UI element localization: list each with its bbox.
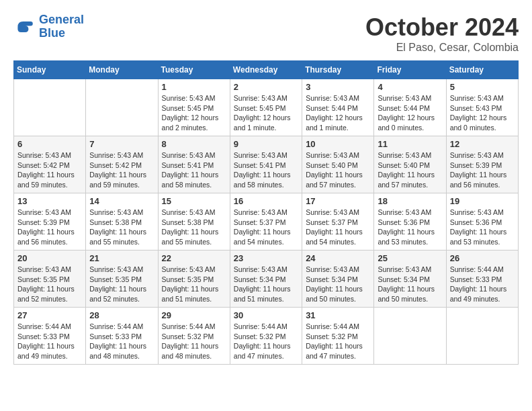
day-info: Sunrise: 5:43 AM Sunset: 5:45 PM Dayligh… bbox=[162, 93, 226, 133]
day-info: Sunrise: 5:43 AM Sunset: 5:34 PM Dayligh… bbox=[378, 265, 442, 304]
day-number: 17 bbox=[306, 196, 370, 206]
day-info: Sunrise: 5:44 AM Sunset: 5:32 PM Dayligh… bbox=[234, 322, 298, 361]
weekday-header-thursday: Thursday bbox=[302, 61, 374, 79]
calendar-cell: 12Sunrise: 5:43 AM Sunset: 5:39 PM Dayli… bbox=[446, 136, 518, 193]
day-info: Sunrise: 5:44 AM Sunset: 5:32 PM Dayligh… bbox=[162, 322, 226, 361]
calendar-cell: 6Sunrise: 5:43 AM Sunset: 5:42 PM Daylig… bbox=[14, 136, 86, 193]
calendar-cell: 25Sunrise: 5:43 AM Sunset: 5:34 PM Dayli… bbox=[374, 250, 446, 308]
calendar-cell: 27Sunrise: 5:44 AM Sunset: 5:33 PM Dayli… bbox=[14, 308, 86, 365]
day-number: 16 bbox=[234, 196, 298, 206]
weekday-header-friday: Friday bbox=[374, 61, 446, 79]
day-number: 24 bbox=[306, 253, 370, 263]
calendar-cell: 19Sunrise: 5:43 AM Sunset: 5:36 PM Dayli… bbox=[446, 193, 518, 250]
calendar-cell: 1Sunrise: 5:43 AM Sunset: 5:45 PM Daylig… bbox=[158, 79, 230, 136]
day-info: Sunrise: 5:43 AM Sunset: 5:40 PM Dayligh… bbox=[306, 150, 370, 190]
location: El Paso, Cesar, Colombia bbox=[365, 42, 519, 54]
day-info: Sunrise: 5:43 AM Sunset: 5:38 PM Dayligh… bbox=[162, 208, 226, 247]
day-info: Sunrise: 5:43 AM Sunset: 5:41 PM Dayligh… bbox=[162, 150, 226, 190]
day-number: 15 bbox=[162, 196, 226, 206]
day-number: 13 bbox=[17, 196, 82, 206]
day-number: 23 bbox=[234, 253, 298, 263]
calendar-cell: 22Sunrise: 5:43 AM Sunset: 5:35 PM Dayli… bbox=[158, 250, 230, 308]
calendar-week-row: 20Sunrise: 5:43 AM Sunset: 5:35 PM Dayli… bbox=[14, 250, 519, 308]
day-number: 6 bbox=[17, 139, 82, 149]
page-header: General Blue October 2024 El Paso, Cesar… bbox=[13, 13, 519, 54]
calendar-week-row: 27Sunrise: 5:44 AM Sunset: 5:33 PM Dayli… bbox=[14, 308, 519, 365]
weekday-header-tuesday: Tuesday bbox=[158, 61, 230, 79]
calendar-cell: 16Sunrise: 5:43 AM Sunset: 5:37 PM Dayli… bbox=[230, 193, 302, 250]
day-number: 29 bbox=[162, 310, 226, 320]
calendar-cell: 15Sunrise: 5:43 AM Sunset: 5:38 PM Dayli… bbox=[158, 193, 230, 250]
day-info: Sunrise: 5:43 AM Sunset: 5:41 PM Dayligh… bbox=[234, 150, 298, 190]
calendar-cell: 14Sunrise: 5:43 AM Sunset: 5:38 PM Dayli… bbox=[86, 193, 158, 250]
calendar-week-row: 1Sunrise: 5:43 AM Sunset: 5:45 PM Daylig… bbox=[14, 79, 519, 136]
calendar-cell: 20Sunrise: 5:43 AM Sunset: 5:35 PM Dayli… bbox=[14, 250, 86, 308]
calendar-cell: 21Sunrise: 5:43 AM Sunset: 5:35 PM Dayli… bbox=[86, 250, 158, 308]
weekday-header-monday: Monday bbox=[86, 61, 158, 79]
day-number: 27 bbox=[17, 310, 82, 320]
calendar-cell bbox=[374, 308, 446, 365]
day-number: 28 bbox=[89, 310, 154, 320]
calendar-cell: 7Sunrise: 5:43 AM Sunset: 5:42 PM Daylig… bbox=[86, 136, 158, 193]
day-info: Sunrise: 5:43 AM Sunset: 5:39 PM Dayligh… bbox=[17, 208, 82, 247]
day-info: Sunrise: 5:43 AM Sunset: 5:42 PM Dayligh… bbox=[17, 150, 82, 190]
day-number: 18 bbox=[378, 196, 442, 206]
day-number: 1 bbox=[162, 82, 226, 92]
calendar-cell: 26Sunrise: 5:44 AM Sunset: 5:33 PM Dayli… bbox=[446, 250, 518, 308]
day-number: 10 bbox=[306, 139, 370, 149]
calendar-cell: 8Sunrise: 5:43 AM Sunset: 5:41 PM Daylig… bbox=[158, 136, 230, 193]
day-number: 5 bbox=[450, 82, 515, 92]
calendar-cell: 30Sunrise: 5:44 AM Sunset: 5:32 PM Dayli… bbox=[230, 308, 302, 365]
calendar-cell: 10Sunrise: 5:43 AM Sunset: 5:40 PM Dayli… bbox=[302, 136, 374, 193]
day-number: 9 bbox=[234, 139, 298, 149]
calendar-cell: 23Sunrise: 5:43 AM Sunset: 5:34 PM Dayli… bbox=[230, 250, 302, 308]
day-info: Sunrise: 5:44 AM Sunset: 5:32 PM Dayligh… bbox=[306, 322, 370, 361]
day-number: 20 bbox=[17, 253, 82, 263]
day-info: Sunrise: 5:43 AM Sunset: 5:35 PM Dayligh… bbox=[17, 265, 82, 304]
calendar-cell: 3Sunrise: 5:43 AM Sunset: 5:44 PM Daylig… bbox=[302, 79, 374, 136]
calendar-cell: 5Sunrise: 5:43 AM Sunset: 5:43 PM Daylig… bbox=[446, 79, 518, 136]
calendar-cell: 29Sunrise: 5:44 AM Sunset: 5:32 PM Dayli… bbox=[158, 308, 230, 365]
day-number: 7 bbox=[89, 139, 154, 149]
day-info: Sunrise: 5:44 AM Sunset: 5:33 PM Dayligh… bbox=[89, 322, 154, 361]
day-number: 19 bbox=[450, 196, 515, 206]
day-info: Sunrise: 5:43 AM Sunset: 5:36 PM Dayligh… bbox=[378, 208, 442, 247]
day-number: 21 bbox=[89, 253, 154, 263]
day-info: Sunrise: 5:43 AM Sunset: 5:35 PM Dayligh… bbox=[162, 265, 226, 304]
logo-icon bbox=[13, 16, 35, 38]
day-number: 11 bbox=[378, 139, 442, 149]
day-info: Sunrise: 5:43 AM Sunset: 5:35 PM Dayligh… bbox=[89, 265, 154, 304]
calendar-cell: 17Sunrise: 5:43 AM Sunset: 5:37 PM Dayli… bbox=[302, 193, 374, 250]
day-info: Sunrise: 5:43 AM Sunset: 5:37 PM Dayligh… bbox=[234, 208, 298, 247]
calendar-cell bbox=[86, 79, 158, 136]
day-info: Sunrise: 5:43 AM Sunset: 5:36 PM Dayligh… bbox=[450, 208, 515, 247]
day-number: 12 bbox=[450, 139, 515, 149]
weekday-header-sunday: Sunday bbox=[14, 61, 86, 79]
day-info: Sunrise: 5:43 AM Sunset: 5:38 PM Dayligh… bbox=[89, 208, 154, 247]
month-title: October 2024 bbox=[365, 13, 519, 42]
day-info: Sunrise: 5:43 AM Sunset: 5:42 PM Dayligh… bbox=[89, 150, 154, 190]
day-info: Sunrise: 5:43 AM Sunset: 5:40 PM Dayligh… bbox=[378, 150, 442, 190]
day-info: Sunrise: 5:43 AM Sunset: 5:34 PM Dayligh… bbox=[234, 265, 298, 304]
day-number: 31 bbox=[306, 310, 370, 320]
day-info: Sunrise: 5:43 AM Sunset: 5:44 PM Dayligh… bbox=[378, 93, 442, 133]
calendar-cell: 13Sunrise: 5:43 AM Sunset: 5:39 PM Dayli… bbox=[14, 193, 86, 250]
calendar-cell: 18Sunrise: 5:43 AM Sunset: 5:36 PM Dayli… bbox=[374, 193, 446, 250]
calendar-cell bbox=[446, 308, 518, 365]
day-number: 2 bbox=[234, 82, 298, 92]
calendar-table: SundayMondayTuesdayWednesdayThursdayFrid… bbox=[13, 60, 519, 365]
day-number: 3 bbox=[306, 82, 370, 92]
title-section: October 2024 El Paso, Cesar, Colombia bbox=[365, 13, 519, 54]
calendar-cell: 4Sunrise: 5:43 AM Sunset: 5:44 PM Daylig… bbox=[374, 79, 446, 136]
calendar-cell: 9Sunrise: 5:43 AM Sunset: 5:41 PM Daylig… bbox=[230, 136, 302, 193]
day-info: Sunrise: 5:43 AM Sunset: 5:44 PM Dayligh… bbox=[306, 93, 370, 133]
day-number: 8 bbox=[162, 139, 226, 149]
calendar-cell bbox=[14, 79, 86, 136]
day-number: 30 bbox=[234, 310, 298, 320]
calendar-cell: 28Sunrise: 5:44 AM Sunset: 5:33 PM Dayli… bbox=[86, 308, 158, 365]
calendar-cell: 2Sunrise: 5:43 AM Sunset: 5:45 PM Daylig… bbox=[230, 79, 302, 136]
day-info: Sunrise: 5:43 AM Sunset: 5:37 PM Dayligh… bbox=[306, 208, 370, 247]
calendar-cell: 31Sunrise: 5:44 AM Sunset: 5:32 PM Dayli… bbox=[302, 308, 374, 365]
calendar-cell: 11Sunrise: 5:43 AM Sunset: 5:40 PM Dayli… bbox=[374, 136, 446, 193]
day-number: 22 bbox=[162, 253, 226, 263]
